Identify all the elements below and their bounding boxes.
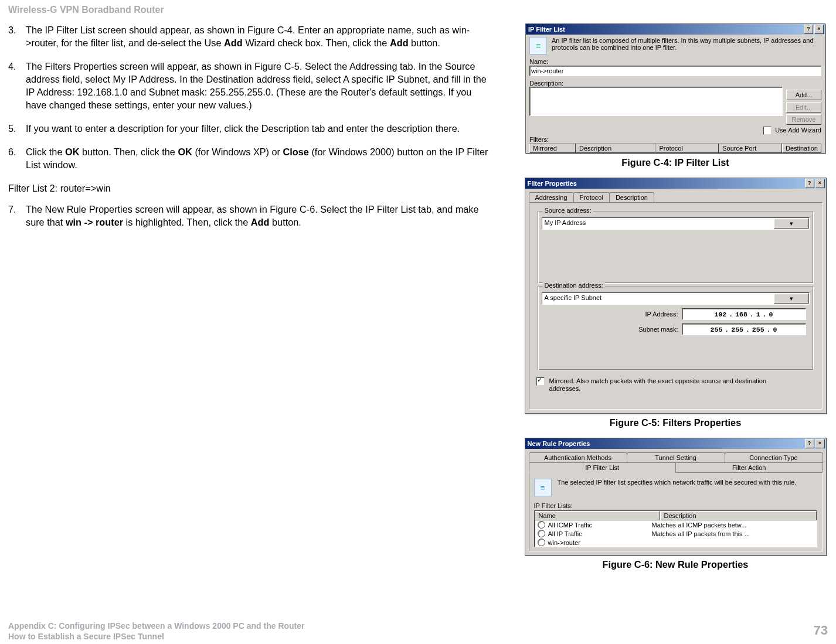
step6-b: button. Then, click the: [79, 146, 178, 157]
help-button-icon[interactable]: ?: [804, 25, 813, 34]
mask-octet-4: 0: [772, 326, 778, 333]
col-description[interactable]: Description: [576, 144, 655, 153]
ip-address-input[interactable]: 192. 168. 1. 0: [682, 308, 806, 320]
use-add-wizard-checkbox[interactable]: [763, 127, 772, 135]
col-protocol[interactable]: Protocol: [655, 144, 719, 153]
description-label: Description:: [529, 80, 783, 87]
filter-list-2-heading: Filter List 2: router=>win: [8, 182, 495, 195]
main-text-block: The IP Filter List screen should appear,…: [8, 23, 495, 239]
fig-c4-title-controls: ? ×: [804, 25, 824, 34]
fig-c5-title: Filter Properties: [528, 180, 577, 187]
step-7: The New Rule Properties screen will appe…: [8, 203, 495, 229]
edit-button[interactable]: Edit...: [786, 102, 821, 113]
tab-description[interactable]: Description: [609, 192, 654, 202]
name-label: Name:: [529, 58, 821, 65]
step6-ok-2: OK: [178, 146, 192, 157]
step6-ok-1: OK: [65, 146, 79, 157]
fig-c6-intro: The selected IP filter list specifies wh…: [558, 479, 817, 486]
figures-column: IP Filter List ? × ≡ An IP filter list i…: [523, 23, 828, 580]
list-item[interactable]: All ICMP Traffic Matches all ICMP packet…: [535, 520, 817, 529]
source-address-value: My IP Address: [542, 218, 774, 229]
tab-protocol[interactable]: Protocol: [573, 192, 610, 202]
ip-octet-2: 168: [734, 311, 749, 318]
step3-add-2: Add: [390, 38, 409, 48]
step7-b: is highlighted. Then, click the: [123, 217, 251, 227]
col-mirrored[interactable]: Mirrored: [529, 144, 576, 153]
close-icon[interactable]: ×: [815, 439, 825, 448]
ip-octet-1: 192: [713, 311, 728, 318]
ip-octet-4: 0: [768, 311, 774, 318]
ip-address-label: IP Address:: [645, 311, 678, 318]
radio-icon[interactable]: [538, 521, 545, 529]
figure-c6-window: New Rule Properties ? × Authentication M…: [525, 438, 827, 556]
footer-line-2: How to Establish a Secure IPSec Tunnel: [8, 632, 305, 642]
source-address-label: Source address:: [543, 207, 593, 214]
row-1-desc: Matches all IP packets from this ...: [652, 530, 817, 537]
step6-close: Close: [283, 146, 309, 157]
chevron-down-icon[interactable]: ▾: [774, 218, 809, 229]
step6-a: Click the: [26, 146, 65, 157]
fig-c6-title-controls: ? ×: [805, 439, 825, 448]
fig-c6-titlebar: New Rule Properties ? ×: [525, 438, 826, 449]
col-name[interactable]: Name: [535, 511, 660, 520]
row-0-name: All ICMP Traffic: [548, 522, 592, 529]
col-description[interactable]: Description: [660, 511, 817, 520]
tab-ip-filter-list[interactable]: IP Filter List: [529, 462, 677, 473]
remove-button[interactable]: Remove: [786, 114, 821, 125]
list-item[interactable]: All IP Traffic Matches all IP packets fr…: [535, 529, 817, 538]
mask-octet-3: 255: [751, 326, 766, 333]
step-6: Click the OK button. Then, click the OK …: [8, 145, 495, 171]
row-1-name: All IP Traffic: [548, 530, 582, 537]
col-destination[interactable]: Destination: [782, 144, 821, 153]
fig-c5-titlebar: Filter Properties ? ×: [525, 178, 826, 189]
mask-octet-2: 255: [730, 326, 745, 333]
destination-address-dropdown[interactable]: A specific IP Subnet ▾: [542, 292, 810, 305]
fig-c4-intro: An IP filter list is composed of multipl…: [552, 37, 821, 51]
mirrored-label: Mirrored. Also match packets with the ex…: [549, 377, 796, 393]
filter-name-input[interactable]: [529, 66, 821, 76]
close-icon[interactable]: ×: [814, 25, 824, 34]
subnet-mask-label: Subnet mask:: [638, 326, 678, 333]
filters-header-row: Mirrored Description Protocol Source Por…: [529, 143, 821, 153]
help-button-icon[interactable]: ?: [805, 439, 814, 448]
step7-winrouter: win -> router: [66, 217, 123, 227]
figure-c4-window: IP Filter List ? × ≡ An IP filter list i…: [525, 23, 825, 154]
step3-add-1: Add: [224, 38, 243, 48]
fig-c4-title: IP Filter List: [528, 26, 565, 33]
ip-filter-lists-table: Name Description All ICMP Traffic Matche…: [534, 510, 817, 547]
tab-addressing[interactable]: Addressing: [529, 192, 574, 202]
tab-tunnel-setting[interactable]: Tunnel Setting: [627, 452, 725, 462]
step6-c: (for Windows XP) or: [192, 146, 283, 157]
mirrored-checkbox[interactable]: [536, 377, 545, 386]
caption-c5: Figure C-5: Filters Properties: [610, 417, 741, 428]
mask-octet-1: 255: [709, 326, 724, 333]
filter-list-icon: ≡: [529, 37, 547, 54]
source-address-dropdown[interactable]: My IP Address ▾: [542, 217, 810, 230]
step-4: The Filters Properties screen will appea…: [8, 60, 495, 111]
description-textarea[interactable]: [529, 87, 783, 116]
chevron-down-icon[interactable]: ▾: [774, 293, 809, 304]
fig-c6-title: New Rule Properties: [528, 440, 590, 447]
destination-address-label: Destination address:: [543, 282, 605, 289]
help-button-icon[interactable]: ?: [805, 179, 814, 188]
footer-line-1: Appendix C: Configuring IPSec between a …: [8, 621, 305, 632]
radio-icon[interactable]: [538, 539, 545, 546]
page-number: 73: [814, 623, 828, 638]
caption-c6: Figure C-6: New Rule Properties: [603, 559, 749, 570]
list-item[interactable]: win->router: [535, 538, 817, 547]
tab-connection-type[interactable]: Connection Type: [725, 452, 823, 462]
fig-c4-titlebar: IP Filter List ? ×: [526, 24, 825, 35]
subnet-mask-input[interactable]: 255. 255. 255. 0: [682, 323, 806, 335]
radio-icon[interactable]: [538, 530, 545, 537]
tab-filter-action[interactable]: Filter Action: [675, 462, 823, 472]
add-button[interactable]: Add...: [786, 90, 821, 100]
rule-icon: ≡: [534, 479, 552, 496]
col-source-port[interactable]: Source Port: [719, 144, 782, 153]
close-icon[interactable]: ×: [815, 179, 825, 188]
tab-auth-methods[interactable]: Authentication Methods: [529, 452, 627, 462]
step-5: If you want to enter a description for y…: [8, 122, 495, 135]
step7-c: button.: [270, 217, 301, 227]
step3-text-c: button.: [409, 38, 440, 48]
filters-label: Filters:: [529, 136, 821, 143]
fig-c5-title-controls: ? ×: [805, 179, 825, 188]
